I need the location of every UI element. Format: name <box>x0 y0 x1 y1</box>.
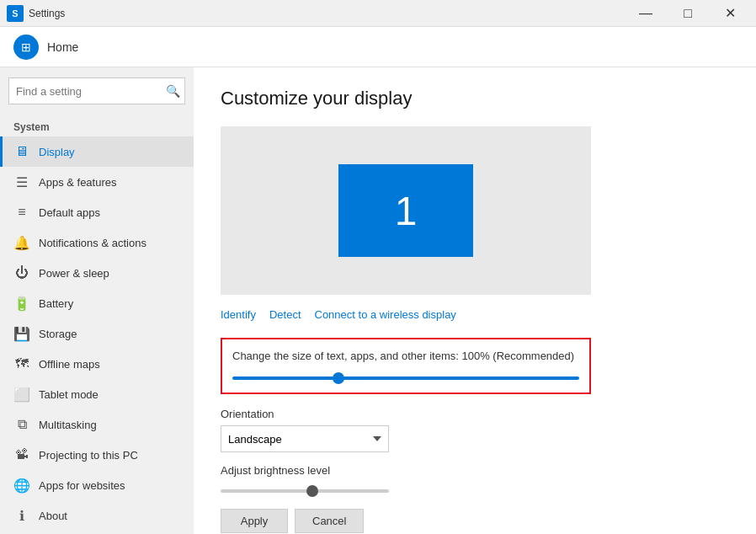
sidebar-item-label-battery: Battery <box>39 297 73 310</box>
scale-slider[interactable] <box>232 376 579 380</box>
sidebar-item-label-multitasking: Multitasking <box>39 419 97 431</box>
action-buttons: Apply Cancel <box>221 509 729 533</box>
close-button[interactable]: ✕ <box>711 0 749 27</box>
identify-link[interactable]: Identify <box>221 308 256 321</box>
minimize-button[interactable]: — <box>626 0 665 27</box>
sidebar-item-default-apps[interactable]: ≡ Default apps <box>0 197 194 227</box>
cancel-button[interactable]: Cancel <box>295 509 364 533</box>
projecting-icon: 📽 <box>13 447 30 462</box>
title-bar-left: S Settings <box>7 5 65 22</box>
sidebar-item-battery[interactable]: 🔋 Battery <box>0 288 194 318</box>
sidebar-item-label-maps: Offline maps <box>39 358 100 371</box>
sidebar-section-label: System <box>0 115 194 136</box>
header-nav-label: Home <box>47 40 78 54</box>
power-icon: ⏻ <box>13 265 30 280</box>
display-icon: 🖥 <box>13 144 30 159</box>
battery-icon: 🔋 <box>13 296 30 312</box>
multitasking-icon: ⧉ <box>13 417 30 432</box>
monitor-preview: 1 <box>221 126 591 295</box>
app-header: ⊞ Home <box>0 27 756 67</box>
brightness-slider[interactable] <box>221 489 389 493</box>
sidebar-item-label-projecting: Projecting to this PC <box>39 449 138 462</box>
sidebar-item-power-sleep[interactable]: ⏻ Power & sleep <box>0 258 194 288</box>
scale-section: Change the size of text, apps, and other… <box>221 338 591 394</box>
monitor-number: 1 <box>395 188 418 234</box>
sidebar-item-display[interactable]: 🖥 Display <box>0 136 194 167</box>
tablet-icon: ⬜ <box>13 387 30 403</box>
websites-icon: 🌐 <box>13 478 30 494</box>
search-box: 🔍 <box>8 77 185 104</box>
content-area: Customize your display 1 Identify Detect… <box>194 67 756 534</box>
storage-icon: 💾 <box>13 326 30 342</box>
app-logo: S <box>7 5 24 22</box>
notifications-icon: 🔔 <box>13 235 30 251</box>
search-input[interactable] <box>8 77 185 104</box>
sidebar-item-about[interactable]: ℹ About <box>0 500 194 531</box>
monitor-screen: 1 <box>338 164 473 257</box>
sidebar-item-label-power: Power & sleep <box>39 267 109 280</box>
title-bar-controls: — □ ✕ <box>626 0 749 27</box>
about-icon: ℹ <box>13 508 30 524</box>
sidebar-item-label-tablet: Tablet mode <box>39 388 98 401</box>
page-title: Customize your display <box>221 88 729 109</box>
detect-link[interactable]: Detect <box>269 308 301 321</box>
connect-wireless-link[interactable]: Connect to a wireless display <box>315 308 456 321</box>
scale-label: Change the size of text, apps, and other… <box>232 350 579 362</box>
orientation-select[interactable]: Landscape Portrait Landscape (flipped) P… <box>221 425 389 452</box>
sidebar-item-apps-websites[interactable]: 🌐 Apps for websites <box>0 470 194 500</box>
sidebar-item-label-default: Default apps <box>39 206 100 219</box>
sidebar: 🔍 System 🖥 Display ☰ Apps & features ≡ D… <box>0 67 194 534</box>
sidebar-item-projecting[interactable]: 📽 Projecting to this PC <box>0 440 194 470</box>
maximize-button[interactable]: □ <box>668 0 707 27</box>
sidebar-item-label-websites: Apps for websites <box>39 479 125 492</box>
title-bar: S Settings — □ ✕ <box>0 0 756 27</box>
title-bar-text: Settings <box>29 8 65 19</box>
apply-button[interactable]: Apply <box>221 509 288 533</box>
sidebar-item-apps-features[interactable]: ☰ Apps & features <box>0 167 194 197</box>
sidebar-item-label-apps: Apps & features <box>39 176 117 189</box>
sidebar-item-offline-maps[interactable]: 🗺 Offline maps <box>0 349 194 379</box>
apps-features-icon: ☰ <box>13 174 30 190</box>
display-links-row: Identify Detect Connect to a wireless di… <box>221 308 729 321</box>
windows-logo: ⊞ <box>13 35 39 60</box>
sidebar-item-label-display: Display <box>39 146 75 158</box>
brightness-label: Adjust brightness level <box>221 464 729 477</box>
sidebar-item-label-storage: Storage <box>39 328 77 340</box>
sidebar-item-label-about: About <box>39 510 67 522</box>
orientation-label: Orientation <box>221 408 729 420</box>
sidebar-item-notifications[interactable]: 🔔 Notifications & actions <box>0 227 194 258</box>
sidebar-item-label-notifications: Notifications & actions <box>39 237 146 249</box>
sidebar-item-tablet-mode[interactable]: ⬜ Tablet mode <box>0 379 194 409</box>
search-icon[interactable]: 🔍 <box>166 84 180 98</box>
default-apps-icon: ≡ <box>13 205 30 220</box>
maps-icon: 🗺 <box>13 356 30 371</box>
main-layout: 🔍 System 🖥 Display ☰ Apps & features ≡ D… <box>0 67 756 534</box>
sidebar-item-multitasking[interactable]: ⧉ Multitasking <box>0 409 194 440</box>
sidebar-item-storage[interactable]: 💾 Storage <box>0 318 194 349</box>
